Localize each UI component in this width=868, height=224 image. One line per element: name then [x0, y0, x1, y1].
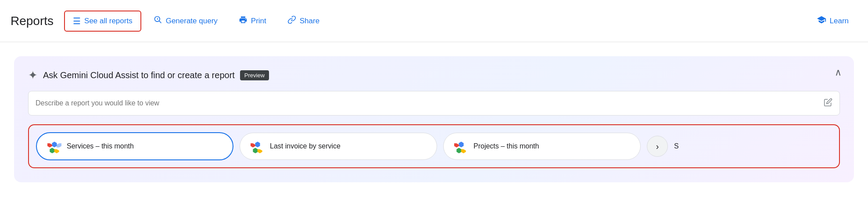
gcloud-logo-1 [47, 139, 61, 153]
list-icon: ☰ [73, 16, 81, 26]
chevron-right-icon: › [656, 141, 659, 152]
suggestion-services-month[interactable]: Services – this month [36, 132, 233, 160]
search-icon [154, 15, 162, 26]
gcloud-logo-3 [454, 139, 468, 153]
learn-icon [817, 15, 826, 27]
svg-line-1 [159, 21, 161, 23]
print-label: Print [251, 17, 266, 25]
suggestion-last-invoice[interactable]: Last invoice by service [240, 133, 437, 160]
print-icon [239, 15, 247, 26]
gcloud-logo-2 [251, 139, 265, 153]
svg-point-0 [154, 17, 160, 22]
print-button[interactable]: Print [230, 10, 275, 32]
gemini-header: ✦ Ask Gemini Cloud Assist to find or cre… [28, 69, 840, 82]
see-all-reports-label: See all reports [84, 17, 133, 25]
learn-button[interactable]: Learn [808, 10, 857, 32]
sparkle-icon: ✦ [28, 69, 38, 82]
gemini-input-wrap [28, 91, 840, 116]
share-icon [287, 15, 296, 26]
suggestion-services-month-label: Services – this month [67, 142, 134, 150]
learn-label: Learn [830, 17, 849, 25]
suggestion-partial-label: S [674, 142, 679, 150]
suggestions-row: Services – this month Last invoice by se… [28, 124, 840, 168]
preview-badge: Preview [240, 70, 269, 80]
page-title: Reports [11, 14, 54, 28]
see-all-reports-button[interactable]: ☰ See all reports [64, 11, 141, 32]
gemini-panel: ✦ Ask Gemini Cloud Assist to find or cre… [14, 56, 854, 182]
suggestion-projects-month[interactable]: Projects – this month [443, 133, 641, 160]
share-label: Share [300, 17, 319, 25]
main-content: ✦ Ask Gemini Cloud Assist to find or cre… [0, 42, 868, 193]
collapse-button[interactable]: ∧ [835, 67, 842, 78]
gemini-search-input[interactable] [36, 99, 824, 107]
suggestion-projects-month-label: Projects – this month [473, 142, 539, 150]
generate-query-button[interactable]: Generate query [145, 10, 226, 32]
edit-icon [824, 98, 832, 109]
generate-query-label: Generate query [166, 17, 218, 25]
suggestion-last-invoice-label: Last invoice by service [270, 142, 341, 150]
toolbar: Reports ☰ See all reports Generate query… [0, 0, 868, 42]
next-suggestion-button[interactable]: › [647, 136, 668, 157]
gemini-title: Ask Gemini Cloud Assist to find or creat… [43, 70, 235, 80]
share-button[interactable]: Share [279, 10, 328, 32]
